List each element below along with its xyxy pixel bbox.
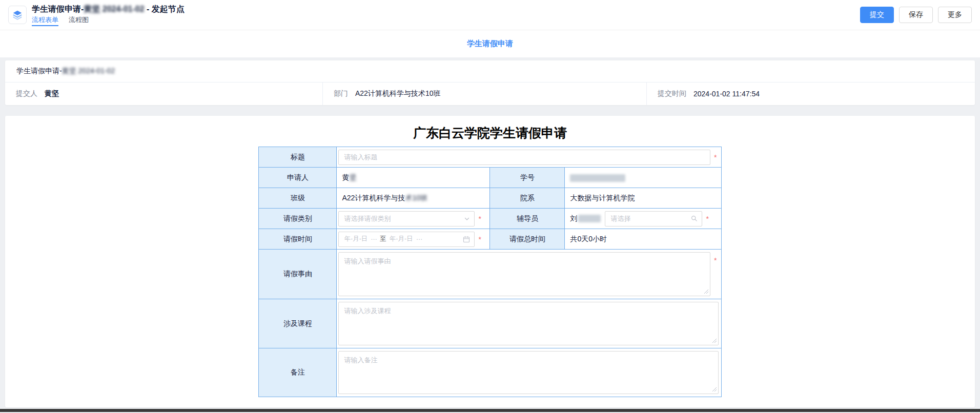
date-end-placeholder: 年-月-日 bbox=[390, 235, 413, 243]
submitter-label: 提交人 bbox=[16, 89, 37, 98]
more-button[interactable]: 更多 bbox=[938, 7, 972, 23]
field-label-counselor: 辅导员 bbox=[490, 209, 565, 229]
header-tabs: 流程表单 流程图 bbox=[32, 15, 185, 26]
tab-process-diagram[interactable]: 流程图 bbox=[69, 15, 89, 26]
submitter-value: 黄坚 bbox=[45, 89, 59, 98]
date-start-placeholder: 年-月-日 bbox=[344, 235, 368, 243]
counselor-visible: 刘 bbox=[565, 214, 577, 223]
department-value: A22计算机科学与技术10班 bbox=[355, 89, 440, 98]
counselor-placeholder: 请选择 bbox=[610, 214, 691, 223]
submit-button[interactable]: 提交 bbox=[860, 7, 894, 23]
field-cell-reason: * bbox=[337, 250, 721, 299]
field-label-leave-type: 请假类别 bbox=[259, 209, 337, 229]
content-area: 学生请假申请-黄坚 2024-01-02 提交人 黄坚 部门 A22计算机科学与… bbox=[0, 57, 980, 407]
field-cell-applicant: 黄坚 bbox=[337, 168, 490, 188]
form-name-link[interactable]: 学生请假申请 bbox=[467, 39, 513, 49]
department-label: 部门 bbox=[334, 89, 348, 98]
applicant-visible: 黄 bbox=[342, 173, 349, 181]
field-cell-courses bbox=[337, 299, 721, 348]
date-start-dots: ⋯ bbox=[371, 236, 377, 243]
record-meta-row: 提交人 黄坚 部门 A22计算机科学与技术10班 提交时间 2024-01-02… bbox=[5, 82, 975, 105]
applicant-redacted: 坚 bbox=[349, 173, 356, 181]
page-title: 学生请假申请-黄坚 2024-01-02 - 发起节点 bbox=[32, 4, 185, 14]
field-label-leave-time: 请假时间 bbox=[259, 229, 337, 250]
field-label-applicant: 申请人 bbox=[259, 168, 337, 188]
field-cell-leave-type: 请选择请假类别 * bbox=[337, 209, 490, 229]
field-label-reason: 请假事由 bbox=[259, 250, 337, 299]
field-cell-leave-time: 年-月-日 ⋯ 至 年-月-日 ⋯ * bbox=[337, 229, 490, 250]
field-label-faculty: 院系 bbox=[490, 188, 565, 209]
leave-type-select[interactable]: 请选择请假类别 bbox=[338, 211, 475, 226]
meta-submitter: 提交人 黄坚 bbox=[5, 82, 323, 105]
required-marker: * bbox=[478, 235, 481, 243]
field-cell-faculty: 大数据与计算机学院 bbox=[565, 188, 721, 209]
courses-textarea-wrap bbox=[338, 302, 718, 345]
field-cell-remark bbox=[337, 348, 721, 397]
page-title-redacted: 黄坚 2024-01-02 bbox=[84, 5, 144, 13]
field-label-courses: 涉及课程 bbox=[259, 299, 337, 348]
save-button[interactable]: 保存 bbox=[899, 7, 933, 23]
record-info-card: 学生请假申请-黄坚 2024-01-02 提交人 黄坚 部门 A22计算机科学与… bbox=[5, 60, 975, 105]
counselor-search-select[interactable]: 请选择 bbox=[605, 211, 702, 226]
page-title-suffix: - 发起节点 bbox=[145, 5, 185, 13]
required-marker: * bbox=[714, 256, 717, 264]
title-input[interactable] bbox=[338, 150, 710, 165]
search-icon bbox=[691, 215, 698, 222]
remark-textarea[interactable] bbox=[338, 351, 718, 394]
leave-form-table: 标题 * 申请人 黄坚 学号 bbox=[258, 147, 721, 397]
header-actions: 提交 保存 更多 bbox=[860, 7, 972, 23]
field-label-remark: 备注 bbox=[259, 348, 337, 397]
student-id-redacted bbox=[570, 174, 625, 182]
submit-time-label: 提交时间 bbox=[658, 89, 686, 98]
subheader: 学生请假申请 bbox=[0, 30, 980, 57]
courses-textarea[interactable] bbox=[338, 302, 718, 345]
resize-handle[interactable] bbox=[712, 338, 717, 343]
field-label-title: 标题 bbox=[259, 147, 337, 168]
header-title-block: 学生请假申请-黄坚 2024-01-02 - 发起节点 流程表单 流程图 bbox=[32, 4, 185, 26]
tab-process-form[interactable]: 流程表单 bbox=[32, 15, 58, 26]
required-marker: * bbox=[706, 215, 708, 223]
meta-department: 部门 A22计算机科学与技术10班 bbox=[323, 82, 647, 105]
required-marker: * bbox=[714, 153, 717, 161]
field-cell-student-id bbox=[565, 168, 721, 188]
date-range-separator: 至 bbox=[380, 235, 386, 243]
faculty-value: 大数据与计算机学院 bbox=[565, 194, 721, 203]
applicant-value: 黄坚 bbox=[337, 173, 489, 182]
resize-handle[interactable] bbox=[704, 289, 709, 294]
record-title-row: 学生请假申请-黄坚 2024-01-02 bbox=[5, 60, 975, 82]
class-visible: A22计算机科学与技 bbox=[342, 194, 405, 202]
class-redacted: 术10班 bbox=[405, 194, 427, 202]
workflow-app-icon bbox=[8, 6, 27, 24]
field-cell-counselor: 刘 请选择 * bbox=[565, 209, 721, 229]
page-title-prefix: 学生请假申请- bbox=[32, 5, 84, 13]
field-label-total-time: 请假总时间 bbox=[490, 229, 565, 250]
field-label-class: 班级 bbox=[259, 188, 337, 209]
top-header: 学生请假申请-黄坚 2024-01-02 - 发起节点 流程表单 流程图 提交 … bbox=[0, 0, 980, 30]
record-title-prefix: 学生请假申请- bbox=[16, 67, 62, 76]
calendar-icon bbox=[463, 236, 470, 243]
required-marker: * bbox=[478, 215, 481, 223]
submit-time-value: 2024-01-02 11:47:54 bbox=[693, 90, 760, 98]
field-cell-class: A22计算机科学与技术10班 bbox=[337, 188, 490, 209]
record-title-redacted: 黄坚 2024-01-02 bbox=[62, 67, 115, 76]
remark-textarea-wrap bbox=[338, 351, 718, 394]
field-label-student-id: 学号 bbox=[490, 168, 565, 188]
reason-textarea[interactable] bbox=[338, 252, 710, 296]
date-end-dots: ⋯ bbox=[416, 236, 422, 243]
leave-form-card: 广东白云学院学生请假申请 标题 * 申请人 黄坚 学号 bbox=[5, 116, 975, 407]
form-title: 广东白云学院学生请假申请 bbox=[5, 126, 975, 139]
bottom-edge-bar bbox=[0, 409, 980, 412]
chevron-down-icon bbox=[464, 216, 470, 222]
total-time-value: 共0天0小时 bbox=[565, 235, 721, 244]
resize-handle[interactable] bbox=[712, 387, 717, 392]
counselor-redacted bbox=[578, 215, 601, 222]
field-cell-total-time: 共0天0小时 bbox=[565, 229, 721, 250]
field-cell-title: * bbox=[337, 147, 721, 168]
leave-type-placeholder: 请选择请假类别 bbox=[344, 214, 464, 223]
leave-time-range-picker[interactable]: 年-月-日 ⋯ 至 年-月-日 ⋯ bbox=[338, 232, 475, 247]
reason-textarea-wrap bbox=[338, 252, 710, 296]
class-value: A22计算机科学与技术10班 bbox=[337, 194, 489, 203]
meta-submit-time: 提交时间 2024-01-02 11:47:54 bbox=[647, 82, 975, 105]
layers-icon bbox=[12, 9, 23, 20]
